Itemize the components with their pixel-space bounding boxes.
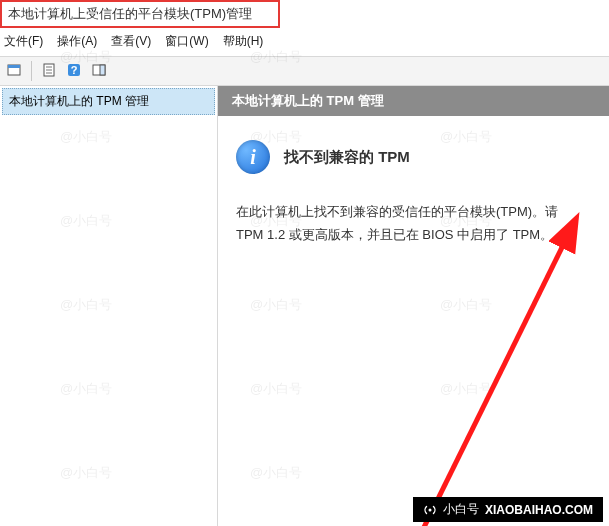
status-description: 在此计算机上找不到兼容的受信任的平台模块(TPM)。请 TPM 1.2 或更高版… bbox=[236, 200, 591, 247]
annotation-arrow bbox=[265, 206, 605, 526]
desc-line-2: TPM 1.2 或更高版本，并且已在 BIOS 中启用了 TPM。 bbox=[236, 227, 553, 242]
tree-root-label: 本地计算机上的 TPM 管理 bbox=[9, 94, 149, 108]
info-icon: i bbox=[236, 140, 270, 174]
broadcast-icon bbox=[423, 503, 437, 517]
workspace: 本地计算机上的 TPM 管理 本地计算机上的 TPM 管理 i 找不到兼容的 T… bbox=[0, 86, 609, 526]
details-pane-icon bbox=[91, 62, 107, 81]
watermark-badge: 小白号 XIAOBAIHAO.COM bbox=[413, 497, 603, 522]
menu-action[interactable]: 操作(A) bbox=[57, 33, 97, 50]
menu-bar: 文件(F) 操作(A) 查看(V) 窗口(W) 帮助(H) bbox=[0, 28, 609, 57]
desc-line-1: 在此计算机上找不到兼容的受信任的平台模块(TPM)。请 bbox=[236, 204, 558, 219]
svg-rect-1 bbox=[8, 65, 20, 68]
status-title: 找不到兼容的 TPM bbox=[284, 148, 410, 167]
svg-text:?: ? bbox=[71, 64, 78, 76]
toolbar-separator bbox=[31, 61, 32, 81]
tree-root-item[interactable]: 本地计算机上的 TPM 管理 bbox=[2, 88, 215, 115]
menu-help[interactable]: 帮助(H) bbox=[223, 33, 264, 50]
properties-icon bbox=[41, 62, 57, 81]
menu-view[interactable]: 查看(V) bbox=[111, 33, 151, 50]
toolbar-new-window-button[interactable] bbox=[3, 60, 25, 82]
content-pane: 本地计算机上的 TPM 管理 i 找不到兼容的 TPM 在此计算机上找不到兼容的… bbox=[218, 86, 609, 526]
window-title-bar: 本地计算机上受信任的平台模块(TPM)管理 bbox=[0, 0, 280, 28]
content-header: 本地计算机上的 TPM 管理 bbox=[218, 86, 609, 116]
window-title: 本地计算机上受信任的平台模块(TPM)管理 bbox=[8, 6, 252, 21]
svg-point-11 bbox=[429, 508, 432, 511]
tree-pane: 本地计算机上的 TPM 管理 bbox=[0, 86, 218, 526]
menu-window[interactable]: 窗口(W) bbox=[165, 33, 208, 50]
content-body: i 找不到兼容的 TPM 在此计算机上找不到兼容的受信任的平台模块(TPM)。请… bbox=[218, 116, 609, 526]
toolbar: ? bbox=[0, 57, 609, 86]
badge-brand-domain: XIAOBAIHAO.COM bbox=[485, 503, 593, 517]
toolbar-help-button[interactable]: ? bbox=[63, 60, 85, 82]
help-icon: ? bbox=[66, 62, 82, 81]
toolbar-properties-button[interactable] bbox=[38, 60, 60, 82]
status-row: i 找不到兼容的 TPM bbox=[236, 140, 591, 174]
menu-file[interactable]: 文件(F) bbox=[4, 33, 43, 50]
svg-line-10 bbox=[395, 221, 575, 526]
svg-rect-9 bbox=[100, 65, 105, 75]
content-header-text: 本地计算机上的 TPM 管理 bbox=[232, 93, 384, 108]
badge-brand-cn: 小白号 bbox=[443, 501, 479, 518]
new-window-icon bbox=[6, 62, 22, 81]
toolbar-details-pane-button[interactable] bbox=[88, 60, 110, 82]
